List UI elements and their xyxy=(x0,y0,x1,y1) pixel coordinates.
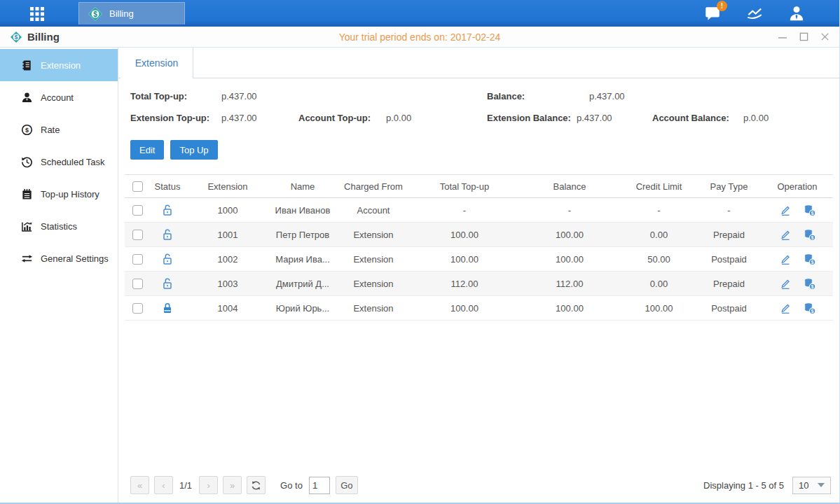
topbar-tab-billing[interactable]: $ Billing xyxy=(78,2,185,24)
col-status: Status xyxy=(150,181,185,192)
topup-row-button[interactable]: $ xyxy=(803,204,816,217)
edit-row-button[interactable] xyxy=(779,228,792,241)
topup-button[interactable]: Top Up xyxy=(170,140,217,160)
summary-row-1: Total Top-up: p.437.00 Balance: p.437.00 xyxy=(125,87,833,108)
transfer-arrows-icon xyxy=(20,252,33,265)
goto-page-input[interactable] xyxy=(309,477,330,494)
edit-row-button[interactable] xyxy=(779,277,792,290)
refresh-button[interactable] xyxy=(247,476,266,494)
extension-number: 1001 xyxy=(185,230,270,240)
sidebar-item-rate[interactable]: $ Rate xyxy=(0,113,118,146)
ledger-icon xyxy=(20,59,33,71)
row-checkbox[interactable] xyxy=(132,303,143,314)
pay-type: Prepaid xyxy=(696,230,762,240)
notepad-icon xyxy=(20,188,33,200)
page-size-value: 10 xyxy=(799,480,808,491)
sidebar-item-scheduled-task[interactable]: Scheduled Task xyxy=(0,146,118,178)
maximize-button[interactable] xyxy=(799,32,808,42)
extension-content: Total Top-up: p.437.00 Balance: p.437.00… xyxy=(118,78,839,503)
row-checkbox[interactable] xyxy=(132,254,143,265)
pencil-icon xyxy=(779,302,792,314)
app-grid-button[interactable] xyxy=(25,0,49,27)
notification-badge: ! xyxy=(717,1,727,11)
titlebar: $ Billing Your trial period ends on: 201… xyxy=(0,27,839,48)
topup-coins-icon: $ xyxy=(803,253,816,266)
charged-from: Extension xyxy=(335,230,412,240)
pay-type: Postpaid xyxy=(696,303,762,314)
toolbar: Edit Top Up xyxy=(125,140,833,160)
minimize-button[interactable] xyxy=(778,32,787,42)
topup-row-button[interactable]: $ xyxy=(803,302,816,315)
prev-page-button[interactable]: ‹ xyxy=(154,476,173,494)
pagination-bar: « ‹ 1/1 › » Go to Go xyxy=(125,470,833,503)
lock-open-icon xyxy=(161,228,174,241)
chevron-right-icon: › xyxy=(207,480,209,491)
next-page-button[interactable]: › xyxy=(199,476,218,494)
trial-notice: Your trial period ends on: 2017-02-24 xyxy=(0,31,839,43)
bar-chart-icon xyxy=(20,220,33,232)
total-topup: 100.00 xyxy=(412,254,517,265)
table-row[interactable]: 1000 Иван Иванов Account - - - - $ xyxy=(125,198,833,223)
extension-name: Петр Петров xyxy=(270,230,335,240)
app-grid-icon xyxy=(29,5,46,22)
sidebar-item-label: Statistics xyxy=(41,221,77,232)
col-name: Name xyxy=(270,181,335,192)
total-topup-label: Total Top-up: xyxy=(130,91,187,102)
table-row[interactable]: 1003 Дмитрий Д... Extension 112.00 112.0… xyxy=(125,272,833,296)
table-row[interactable]: 1002 Мария Ива... Extension 100.00 100.0… xyxy=(125,247,833,272)
edit-row-button[interactable] xyxy=(779,253,792,265)
messages-button[interactable]: ! xyxy=(703,4,722,22)
caret-down-icon xyxy=(818,483,825,487)
summary-row-2: Extension Top-up: p.437.00 Account Top-u… xyxy=(125,108,833,130)
topup-row-button[interactable]: $ xyxy=(803,228,816,241)
double-chevron-left-icon: « xyxy=(137,480,142,491)
topup-coins-icon: $ xyxy=(803,277,816,290)
edit-row-button[interactable] xyxy=(779,302,792,314)
close-button[interactable] xyxy=(820,32,829,42)
minimize-icon xyxy=(778,32,787,42)
row-checkbox[interactable] xyxy=(132,279,143,289)
edit-row-button[interactable] xyxy=(779,204,792,216)
sidebar-item-statistics[interactable]: Statistics xyxy=(0,210,118,242)
sidebar-item-extension[interactable]: Extension xyxy=(0,49,118,81)
refresh-icon xyxy=(251,480,261,491)
go-button[interactable]: Go xyxy=(336,476,358,494)
lock-open-icon xyxy=(161,204,174,216)
select-all-checkbox[interactable] xyxy=(132,181,143,192)
sidebar-item-account[interactable]: Account xyxy=(0,81,118,113)
topup-coins-icon: $ xyxy=(803,302,816,315)
sidebar-item-general-settings[interactable]: General Settings xyxy=(0,242,118,274)
charged-from: Extension xyxy=(335,303,412,314)
table-row[interactable]: 1001 Петр Петров Extension 100.00 100.00… xyxy=(125,223,833,247)
billing-diamond-icon: $ xyxy=(88,6,103,22)
extension-name: Юрий Юрь... xyxy=(270,303,335,314)
sidebar-item-topup-history[interactable]: Top-up History xyxy=(0,178,118,210)
extension-balance-value: p.437.00 xyxy=(577,113,612,123)
user-button[interactable] xyxy=(787,4,806,22)
extension-topup-label: Extension Top-up: xyxy=(130,113,209,123)
maximize-icon xyxy=(799,32,808,41)
extensions-table: Status Extension Name Charged From Total… xyxy=(125,174,833,321)
statistics-button[interactable] xyxy=(745,4,764,22)
row-checkbox[interactable] xyxy=(132,230,143,240)
first-page-button[interactable]: « xyxy=(130,476,149,494)
col-extension: Extension xyxy=(185,181,270,192)
last-page-button[interactable]: » xyxy=(223,476,242,494)
tab-extension[interactable]: Extension xyxy=(121,48,193,78)
row-checkbox[interactable] xyxy=(132,205,143,216)
total-topup: 100.00 xyxy=(412,303,517,314)
topup-row-button[interactable]: $ xyxy=(803,253,816,266)
extension-balance-label: Extension Balance: xyxy=(487,113,571,123)
account-balance-value: p.0.00 xyxy=(743,113,769,123)
topup-row-button[interactable]: $ xyxy=(803,277,816,290)
pencil-icon xyxy=(779,277,792,290)
extension-number: 1002 xyxy=(185,254,270,265)
col-operation: Operation xyxy=(762,181,832,192)
table-row[interactable]: 1004 Юрий Юрь... Extension 100.00 100.00… xyxy=(125,296,833,321)
page-size-select[interactable]: 10 xyxy=(792,477,831,494)
sidebar-item-label: Account xyxy=(41,92,74,103)
edit-button[interactable]: Edit xyxy=(130,140,164,160)
svg-text:$: $ xyxy=(811,234,813,240)
balance: 100.00 xyxy=(517,230,622,240)
billing-diamond-icon-small: $ xyxy=(10,31,22,43)
